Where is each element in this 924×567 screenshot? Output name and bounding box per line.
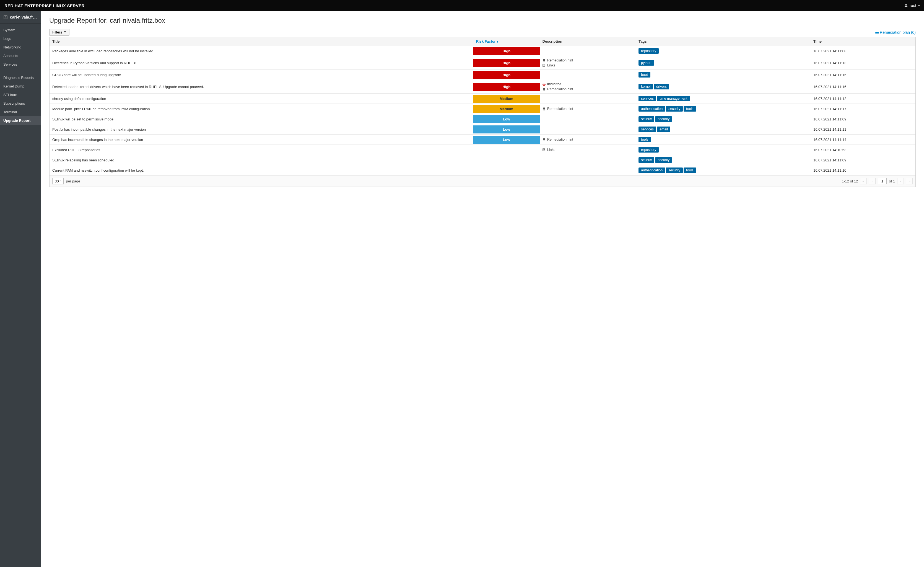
sidebar-item-selinux[interactable]: SELinux	[0, 90, 41, 99]
page-prev-button[interactable]: ‹	[869, 178, 876, 184]
table-row[interactable]: Grep has incompatible changes in the nex…	[50, 135, 915, 145]
tag[interactable]: security	[666, 106, 683, 111]
page-number-input[interactable]	[878, 178, 886, 184]
row-title: Grep has incompatible changes in the nex…	[50, 135, 473, 145]
sidebar-item-upgrade-report[interactable]: Upgrade Report	[0, 116, 41, 125]
sidebar-item-networking[interactable]: Networking	[0, 43, 41, 51]
row-tags: python	[636, 56, 811, 70]
hint-indicator: Remediation hint	[543, 58, 633, 63]
sidebar-item-subscriptions[interactable]: Subscriptions	[0, 99, 41, 108]
row-time: 16.07.2021 14:11:09	[811, 155, 915, 165]
product-title: RED HAT ENTERPRISE LINUX SERVER	[4, 3, 85, 8]
row-tags: selinuxsecurity	[636, 114, 811, 124]
table-row[interactable]: chrony using default configurationMedium…	[50, 93, 915, 104]
tag[interactable]: python	[639, 60, 654, 66]
row-time: 16.07.2021 14:11:08	[811, 46, 915, 56]
pagination-range: 1-12 of 12	[842, 179, 858, 183]
user-menu[interactable]: root	[900, 0, 924, 11]
tag[interactable]: time management	[657, 96, 690, 101]
topbar: RED HAT ENTERPRISE LINUX SERVER root	[0, 0, 924, 11]
page-last-button[interactable]: »	[906, 178, 913, 184]
row-time: 16.07.2021 14:10:53	[811, 145, 915, 155]
tag[interactable]: selinux	[639, 116, 654, 122]
row-risk: Low	[473, 114, 540, 124]
row-tags: kerneldrivers	[636, 80, 811, 93]
table-row[interactable]: Difference in Python versions and suppor…	[50, 56, 915, 70]
tag[interactable]: security	[655, 157, 672, 163]
tag[interactable]: security	[655, 116, 672, 122]
tag[interactable]: tools	[639, 137, 651, 142]
sidebar-item-system[interactable]: System	[0, 26, 41, 34]
row-tags: repository	[636, 46, 811, 56]
sidebar-item-accounts[interactable]: Accounts	[0, 51, 41, 60]
row-risk: Medium	[473, 93, 540, 104]
table-row[interactable]: Excluded RHEL 8 repositoriesLinksreposit…	[50, 145, 915, 155]
tag[interactable]: repository	[639, 147, 659, 153]
inhibitor-icon	[543, 83, 546, 86]
tag[interactable]: authentication	[639, 106, 665, 111]
row-time: 16.07.2021 14:11:11	[811, 124, 915, 135]
table-row[interactable]: Module pam_pkcs11 will be removed from P…	[50, 104, 915, 114]
tag[interactable]: drivers	[654, 84, 669, 89]
svg-rect-5	[875, 32, 876, 33]
tag[interactable]: kernel	[639, 84, 653, 89]
tag[interactable]: selinux	[639, 157, 654, 163]
row-tags: servicesemail	[636, 124, 811, 135]
col-risk[interactable]: Risk Factor▾	[473, 37, 540, 46]
sort-desc-icon: ▾	[497, 40, 498, 43]
table-row[interactable]: Current PAM and nsswitch.conf configurat…	[50, 165, 915, 176]
col-title[interactable]: Title	[50, 37, 473, 46]
tag[interactable]: services	[639, 96, 656, 101]
tag[interactable]: authentication	[639, 167, 665, 173]
chevron-down-icon	[918, 5, 920, 7]
sidebar-item-services[interactable]: Services	[0, 60, 41, 69]
row-title: SElinux will be set to permissive mode	[50, 114, 473, 124]
page-first-button[interactable]: «	[860, 178, 867, 184]
col-time[interactable]: Time	[811, 37, 915, 46]
tag[interactable]: boot	[639, 72, 650, 78]
row-title: Current PAM and nsswitch.conf configurat…	[50, 165, 473, 176]
row-risk: Medium	[473, 104, 540, 114]
table-row[interactable]: Packages available in excluded repositor…	[50, 46, 915, 56]
table-row[interactable]: Postfix has incompatible changes in the …	[50, 124, 915, 135]
tag[interactable]: tools	[684, 167, 696, 173]
hint-indicator: Remediation hint	[543, 87, 633, 92]
table-row[interactable]: SElinux will be set to permissive modeLo…	[50, 114, 915, 124]
col-description[interactable]: Description	[540, 37, 636, 46]
per-page-select[interactable]: 30 ˄	[52, 178, 64, 184]
tag[interactable]: repository	[639, 48, 659, 54]
user-icon	[904, 4, 908, 8]
row-tags: boot	[636, 70, 811, 80]
row-time: 16.07.2021 14:11:17	[811, 104, 915, 114]
remediation-plan-link[interactable]: Remediation plan (0)	[875, 30, 916, 35]
table-row[interactable]: SElinux relabeling has been scheduledsel…	[50, 155, 915, 165]
sidebar-item-diagnostic-reports[interactable]: Diagnostic Reports	[0, 74, 41, 82]
col-tags[interactable]: Tags	[636, 37, 811, 46]
row-description	[540, 155, 636, 165]
sidebar-item-kernel-dump[interactable]: Kernel Dump	[0, 82, 41, 90]
row-title: Difference in Python versions and suppor…	[50, 56, 473, 70]
sidebar-item-logs[interactable]: Logs	[0, 34, 41, 43]
chevron-up-icon: ˄	[60, 180, 61, 182]
row-title: Module pam_pkcs11 will be removed from P…	[50, 104, 473, 114]
links-icon	[543, 64, 546, 67]
table-row[interactable]: GRUB core will be updated during upgrade…	[50, 70, 915, 80]
row-time: 16.07.2021 14:11:14	[811, 135, 915, 145]
per-page-label: per page	[66, 179, 80, 183]
sidebar-hostname: carl-nivala.fritz....	[10, 15, 38, 20]
sidebar-item-terminal[interactable]: Terminal	[0, 108, 41, 116]
table-row[interactable]: Detected loaded kernel drivers which hav…	[50, 80, 915, 93]
filters-button[interactable]: Filters	[49, 29, 69, 36]
row-tags: selinuxsecurity	[636, 155, 811, 165]
tag[interactable]: email	[657, 126, 670, 132]
sidebar-host[interactable]: carl-nivala.fritz....	[0, 11, 41, 24]
server-icon	[3, 15, 8, 20]
row-time: 16.07.2021 14:11:16	[811, 80, 915, 93]
toolbar: Filters Remediation plan (0)	[49, 29, 916, 36]
row-tags: authenticationsecuritytools	[636, 104, 811, 114]
tag[interactable]: tools	[684, 106, 696, 111]
tag[interactable]: security	[666, 167, 683, 173]
page-next-button[interactable]: ›	[897, 178, 904, 184]
list-icon	[875, 30, 879, 34]
tag[interactable]: services	[639, 126, 656, 132]
